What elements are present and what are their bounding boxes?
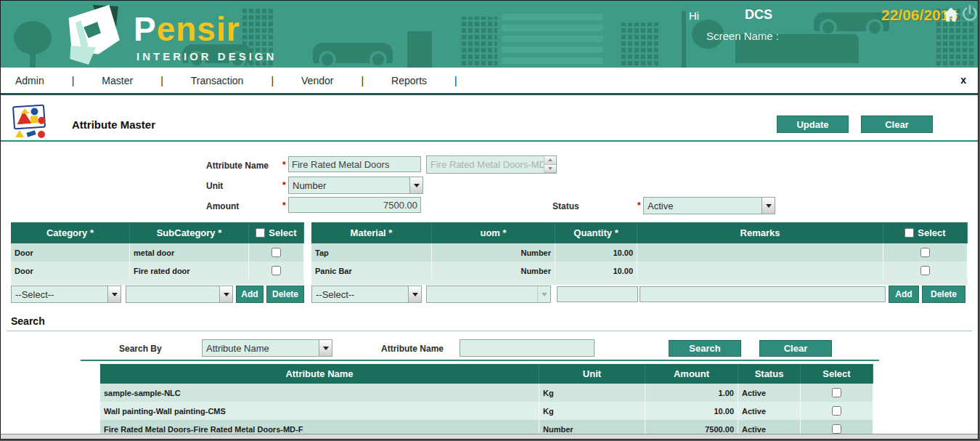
select-all-checkbox[interactable] [905,228,914,238]
menu-separator: | [271,75,274,86]
search-by-label: Search By [119,344,162,354]
category-add-button[interactable]: Add [236,286,264,303]
quantity-input[interactable] [557,286,638,302]
subcategory-select[interactable] [126,286,233,303]
brand-name: ensir [157,10,240,48]
chevron-down-icon[interactable] [219,286,232,302]
status-label: Status [552,201,579,211]
amount-input[interactable] [288,197,421,213]
header-banner: Pensir INTERIOR DESIGN Hi DCS Screen Nam… [1,1,978,68]
select-cell [883,262,968,280]
search-clear-button[interactable]: Clear [759,340,832,357]
column-header-uom: uom * [432,222,555,243]
attribute-name-input[interactable] [288,156,421,172]
chevron-down-icon[interactable] [319,340,332,356]
search-input[interactable] [460,339,595,357]
row-select-checkbox[interactable] [920,248,930,257]
unit-cell: Kg [539,402,645,420]
menu-separator: | [361,75,364,86]
row-select-checkbox[interactable] [271,266,281,275]
status-cell: Active [738,384,801,402]
menu-item-master[interactable]: Master [102,75,133,86]
material-delete-button[interactable]: Delete [922,286,965,303]
main-menu: Admin | Master | Transaction | Vendor | … [1,68,978,95]
home-icon[interactable] [942,6,960,23]
spinner-up-icon[interactable] [544,156,556,165]
amount-cell: 10.00 [645,402,738,420]
spinner-down-icon[interactable] [544,165,556,174]
search-by-select[interactable]: Attribute Name [202,339,332,357]
category-delete-button[interactable]: Delete [266,286,304,303]
table-row: Tap Number 10.00 [311,243,968,262]
power-icon[interactable] [960,4,978,23]
search-button[interactable]: Search [669,340,741,357]
select-cell [883,243,968,262]
table-row: Panic Bar Number 10.00 [311,262,968,280]
row-select-checkbox[interactable] [271,248,281,257]
close-icon[interactable]: x [960,74,966,86]
attribute-name-generated-field: Fire Rated Metal Doors-MD-F [426,155,557,174]
title-divider [1,140,978,142]
page-title: Attribute Master [72,118,155,131]
menu-item-admin[interactable]: Admin [15,75,44,86]
horizontal-scrollbar[interactable] [1,434,978,439]
unit-select-value: Number [289,180,409,191]
subcategory-cell: Fire rated door [130,262,249,280]
column-header-select: Select [249,222,304,243]
chevron-down-icon[interactable] [761,198,775,214]
menu-separator: | [160,75,163,86]
unit-select[interactable]: Number [288,177,423,194]
category-cell: Door [11,262,130,280]
row-select-checkbox[interactable] [832,424,841,434]
required-marker: * [282,180,286,190]
row-select-checkbox[interactable] [832,406,841,416]
table-row: Door metal door [11,243,304,262]
attribute-name-generated-value: Fire Rated Metal Doors-MD-F [427,159,544,170]
chevron-down-icon[interactable] [107,286,121,302]
column-header-remarks: Remarks [637,222,883,243]
remarks-cell [637,262,883,280]
column-header-status: Status [738,364,801,384]
screen-name-label: Screen Name : [706,30,779,42]
username-label: DCS [745,7,772,23]
table-row: Wall painting-Wall painting-CMS Kg 10.00… [100,402,873,420]
app-window: Pensir INTERIOR DESIGN Hi DCS Screen Nam… [0,0,979,440]
spinner-control[interactable] [544,156,556,173]
material-select[interactable]: --Select-- [311,286,422,303]
clear-button[interactable]: Clear [861,116,933,133]
required-marker: * [637,201,641,211]
amount-cell: 1.00 [645,384,738,402]
column-header-material: Material * [311,222,432,243]
attribute-name-cell: sample-sample-NLC [100,384,539,402]
required-marker: * [282,160,286,170]
brand-tagline: INTERIOR DESIGN [136,50,277,62]
category-cell: Door [11,243,130,262]
menu-item-vendor[interactable]: Vendor [301,75,333,86]
status-select[interactable]: Active [643,197,775,214]
chevron-down-icon[interactable] [408,286,421,302]
search-by-select-value: Attribute Name [203,343,319,354]
status-cell: Active [738,402,801,420]
unit-cell: Kg [539,384,645,402]
brand-wordmark: Pensir INTERIOR DESIGN [134,9,277,62]
row-select-checkbox[interactable] [920,266,930,275]
remarks-input[interactable] [640,286,886,302]
update-button[interactable]: Update [777,116,849,133]
uom-cell: Number [432,262,555,280]
material-select-value: --Select-- [312,289,408,300]
pensir-logo-icon [56,2,133,66]
chevron-down-icon[interactable] [409,177,422,193]
attribute-name-cell: Wall painting-Wall painting-CMS [100,402,539,420]
search-section-title: Search [11,315,45,327]
greeting-label: Hi [689,9,699,22]
category-select[interactable]: --Select-- [11,286,121,303]
brand-letter-p: P [134,10,157,48]
row-select-checkbox[interactable] [832,388,841,397]
select-all-checkbox[interactable] [256,228,265,238]
search-divider [7,331,972,331]
search-attribute-name-label: Attribute Name [381,344,444,354]
material-add-button[interactable]: Add [889,286,919,303]
menu-item-transaction[interactable]: Transaction [191,75,244,86]
menu-item-reports[interactable]: Reports [391,75,427,86]
category-select-value: --Select-- [12,289,107,300]
